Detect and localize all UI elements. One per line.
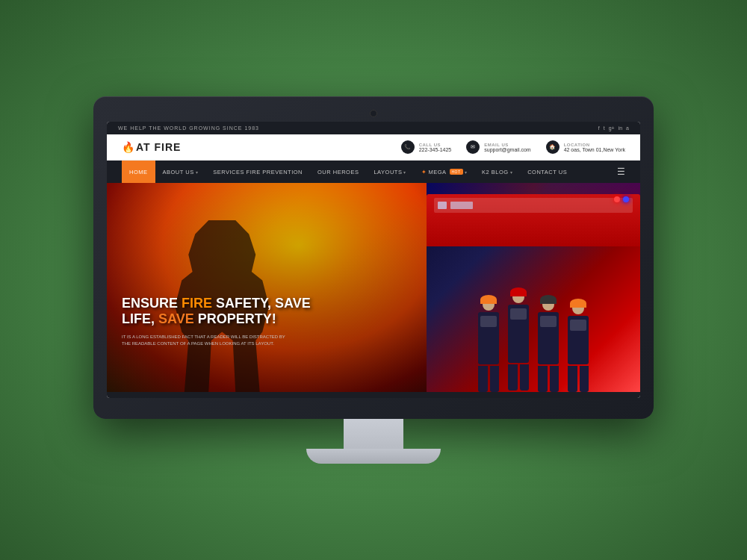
ff2-body xyxy=(508,305,529,363)
header-contact: 📞 CALL US 222-345-1425 ✉ EMAIL US suppor… xyxy=(401,140,625,154)
top-bar: WE HELP THE WORLD GROWING SINCE 1983 f t… xyxy=(107,122,640,134)
call-number: 222-345-1425 xyxy=(419,147,452,152)
firefighter-2 xyxy=(506,291,532,388)
ff3-leg-right xyxy=(550,366,560,392)
ff1-legs xyxy=(478,366,499,392)
headline-fire: FIRE xyxy=(182,296,212,311)
layouts-chevron: ▾ xyxy=(403,169,406,175)
hero-headline-2: LIFE, SAVE PROPERTY! xyxy=(122,311,311,328)
location-value: 42 oas, Town 01,New York xyxy=(564,147,625,152)
nav-services[interactable]: SERVICES FIRE PREVENTION xyxy=(205,161,310,183)
email-info: EMAIL US support@gmail.com xyxy=(484,143,530,152)
email-icon: ✉ xyxy=(466,140,480,154)
hero-section: ENSURE FIRE SAFETY, SAVE LIFE, SAVE PROP… xyxy=(107,183,640,392)
nav-layouts[interactable]: LAYOUTS ▾ xyxy=(366,161,413,183)
red-light xyxy=(614,196,620,202)
facebook-icon[interactable]: f xyxy=(598,125,600,131)
headline-property: PROPERTY! xyxy=(194,311,276,326)
hero-headline: ENSURE FIRE SAFETY, SAVE xyxy=(122,296,311,312)
ff2-legs xyxy=(508,364,529,391)
headline-ensure: ENSURE xyxy=(122,296,182,311)
mega-star-icon: ✦ xyxy=(421,169,427,175)
ff2-leg-right xyxy=(520,364,530,391)
nav-contact[interactable]: CONTACT US xyxy=(520,161,574,183)
contact-email: ✉ EMAIL US support@gmail.com xyxy=(466,140,530,154)
logo[interactable]: 🔥 AT FIRE xyxy=(122,141,181,153)
hero-subtext: IT IS A LONG ESTABLISHED FACT THAT A REA… xyxy=(122,334,286,347)
ff1-helmet xyxy=(480,295,497,304)
contact-phone: 📞 CALL US 222-345-1425 xyxy=(401,140,452,154)
firefighters-group xyxy=(427,273,640,392)
blue-light xyxy=(623,196,629,202)
linkedin-icon[interactable]: in xyxy=(619,125,622,131)
ff4-head xyxy=(572,302,584,314)
main-nav: HOME ABOUT US ▾ SERVICES FIRE PREVENTION… xyxy=(107,161,640,183)
ff1-leg-left xyxy=(478,366,488,392)
location-icon: 🏠 xyxy=(546,140,560,154)
hero-left: ENSURE FIRE SAFETY, SAVE LIFE, SAVE PROP… xyxy=(107,183,427,392)
headline-safety: SAFETY, SAVE xyxy=(212,296,311,311)
headline-life: LIFE, xyxy=(122,311,158,326)
ff1-body xyxy=(478,312,499,364)
monitor-frame: WE HELP THE WORLD GROWING SINCE 1983 f t… xyxy=(93,96,654,419)
website: WE HELP THE WORLD GROWING SINCE 1983 f t… xyxy=(107,122,640,398)
hamburger-menu[interactable]: ☰ xyxy=(617,167,625,177)
ff3-legs xyxy=(538,366,559,392)
ff4-leg-left xyxy=(568,366,577,392)
phone-info: CALL US 222-345-1425 xyxy=(419,143,452,152)
blog-chevron: ▾ xyxy=(510,169,513,175)
ff3-leg-left xyxy=(538,366,548,392)
nav-heroes[interactable]: OUR HEROES xyxy=(310,161,366,183)
ff4-helmet xyxy=(570,299,586,308)
top-bar-tagline: WE HELP THE WORLD GROWING SINCE 1983 xyxy=(118,125,259,131)
ff4-body xyxy=(568,316,589,364)
ff3-head xyxy=(542,299,554,311)
ff2-head xyxy=(512,291,524,303)
ff2-helmet xyxy=(510,287,527,296)
phone-icon: 📞 xyxy=(401,140,415,154)
mega-chevron: ▾ xyxy=(465,169,468,175)
nav-about[interactable]: ABOUT US ▾ xyxy=(155,161,206,183)
firefighter-3 xyxy=(536,299,562,388)
hot-badge: HOT xyxy=(450,169,463,175)
truck-lights xyxy=(614,196,629,202)
ff4-leg-right xyxy=(580,366,589,392)
firefighter-1 xyxy=(476,299,502,388)
monitor-camera xyxy=(370,110,377,117)
nav-mega[interactable]: ✦ MEGA HOT ▾ xyxy=(414,161,474,183)
logo-icon: 🔥 xyxy=(122,141,134,153)
social-icons: f t g+ in a xyxy=(598,125,629,131)
nav-home[interactable]: HOME xyxy=(122,161,155,183)
truck-windshield xyxy=(450,202,473,209)
email-value: support@gmail.com xyxy=(484,147,530,152)
monitor-stand-neck xyxy=(344,419,403,449)
ff3-helmet xyxy=(540,295,557,304)
ff1-leg-right xyxy=(490,366,500,392)
ff3-body xyxy=(538,312,559,364)
nav-blog[interactable]: K2 BLOG ▾ xyxy=(474,161,520,183)
site-header: 🔥 AT FIRE 📞 CALL US 222-345-1425 ✉ xyxy=(107,134,640,161)
contact-location: 🏠 LOCATION 42 oas, Town 01,New York xyxy=(546,140,625,154)
screen-bottom xyxy=(107,392,640,398)
hero-right xyxy=(427,183,640,392)
monitor-wrapper: WE HELP THE WORLD GROWING SINCE 1983 f t… xyxy=(93,96,654,464)
headline-save: SAVE xyxy=(158,311,194,326)
ff2-leg-left xyxy=(508,364,518,391)
ff4-legs xyxy=(568,366,589,392)
logo-text: AT FIRE xyxy=(136,141,181,153)
about-chevron: ▾ xyxy=(196,169,199,175)
monitor-screen: WE HELP THE WORLD GROWING SINCE 1983 f t… xyxy=(107,122,640,398)
monitor-stand-base xyxy=(306,449,441,464)
location-info: LOCATION 42 oas, Town 01,New York xyxy=(564,143,625,152)
twitter-icon[interactable]: t xyxy=(604,125,605,131)
firefighter-4 xyxy=(565,302,592,388)
rss-icon[interactable]: a xyxy=(626,125,629,131)
hero-text: ENSURE FIRE SAFETY, SAVE LIFE, SAVE PROP… xyxy=(122,296,311,347)
googleplus-icon[interactable]: g+ xyxy=(609,125,615,131)
truck-window xyxy=(438,202,447,209)
ff1-head xyxy=(483,299,495,311)
